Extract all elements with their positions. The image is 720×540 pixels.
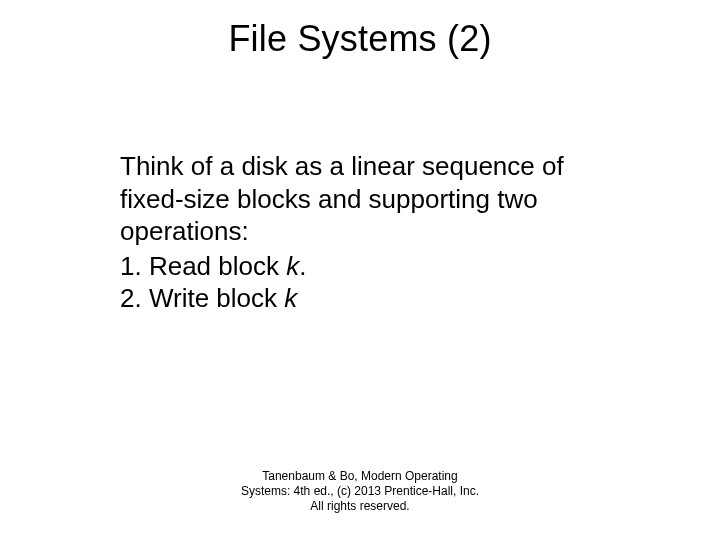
- footer-line: Tanenbaum & Bo, Modern Operating: [0, 469, 720, 484]
- item-text-before: Write block: [149, 283, 284, 313]
- item-text-before: Read block: [149, 251, 286, 281]
- item-number: 1.: [120, 251, 142, 281]
- body-intro: Think of a disk as a linear sequence of …: [120, 150, 620, 248]
- slide-title: File Systems (2): [0, 18, 720, 60]
- footer-line: Systems: 4th ed., (c) 2013 Prentice-Hall…: [0, 484, 720, 499]
- list-item: 2. Write block k: [120, 282, 620, 315]
- item-text-after: .: [299, 251, 306, 281]
- item-variable: k: [286, 251, 299, 281]
- footer-line: All rights reserved.: [0, 499, 720, 514]
- item-number: 2.: [120, 283, 142, 313]
- item-variable: k: [284, 283, 297, 313]
- slide-body: Think of a disk as a linear sequence of …: [120, 150, 620, 315]
- slide: File Systems (2) Think of a disk as a li…: [0, 0, 720, 540]
- slide-footer: Tanenbaum & Bo, Modern Operating Systems…: [0, 469, 720, 514]
- list-item: 1. Read block k.: [120, 250, 620, 283]
